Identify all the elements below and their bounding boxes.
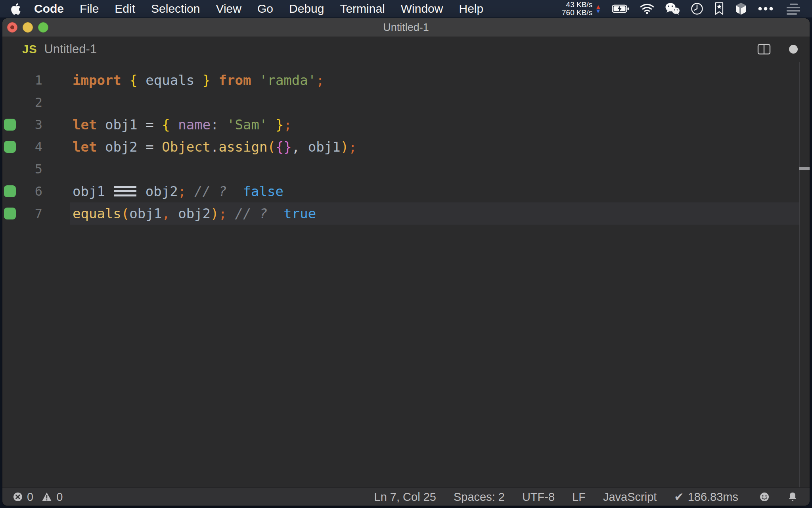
code-line[interactable]: 2 [2, 91, 810, 114]
feedback-smiley-icon[interactable] [759, 491, 770, 502]
menu-status-icons [612, 2, 801, 16]
list-icon[interactable] [784, 2, 801, 16]
overflow-dots-icon[interactable] [758, 2, 774, 16]
code-line[interactable]: 4let obj2 = Object.assign({}, obj1); [2, 136, 810, 158]
menu-item-help[interactable]: Help [459, 2, 483, 15]
code-text: let obj2 = Object.assign({}, obj1); [73, 139, 357, 155]
apple-menu-icon[interactable] [11, 3, 21, 15]
code-line[interactable]: 3let obj1 = { name: 'Sam' }; [2, 114, 810, 136]
wifi-icon[interactable] [640, 2, 654, 16]
code-token [97, 117, 105, 133]
code-token: { [129, 72, 137, 88]
upload-speed: 43 KB/s [562, 1, 592, 9]
gutter [2, 141, 21, 153]
cube-icon[interactable] [735, 2, 747, 16]
code-line[interactable]: 5 [2, 158, 810, 180]
code-token: ; [219, 206, 227, 221]
wechat-icon[interactable] [665, 2, 680, 16]
code-token: ; [349, 139, 356, 155]
code-token: import [73, 72, 121, 88]
code-token: { [162, 117, 170, 133]
code-token: assign [219, 139, 268, 155]
code-line[interactable]: 7equals(obj1, obj2); // ? true [2, 202, 810, 225]
code-token: obj2 [105, 139, 138, 155]
cursor-position[interactable]: Ln 7, Col 25 [374, 491, 436, 504]
code-token [170, 206, 178, 221]
code-token: 'Sam' [227, 117, 267, 133]
overview-ruler-marker [799, 167, 810, 170]
code-token: ; [283, 117, 291, 133]
code-token: // ? [194, 183, 227, 199]
notifications-bell-icon[interactable] [787, 491, 798, 502]
code-token: obj2 [178, 206, 211, 221]
code-token: obj1 [308, 139, 341, 155]
clock-icon[interactable] [691, 2, 703, 16]
gutter [2, 208, 21, 219]
tab-actions [757, 44, 798, 55]
code-token: let [73, 139, 97, 155]
line-number[interactable]: 3 [21, 117, 42, 132]
bookmark-icon[interactable] [714, 2, 724, 16]
code-token [137, 183, 145, 199]
error-circle-icon [13, 492, 23, 502]
menu-item-edit[interactable]: Edit [115, 2, 135, 15]
code-line[interactable]: 1import { equals } from 'ramda'; [2, 69, 810, 91]
code-token: ; [178, 183, 186, 199]
code-token [97, 139, 105, 155]
tab-label[interactable]: Untitled-1 [44, 42, 97, 56]
code-token: ( [121, 206, 129, 221]
window-titlebar[interactable]: Untitled-1 [2, 18, 810, 37]
javascript-file-icon: JS [22, 43, 37, 56]
line-number[interactable]: 2 [21, 95, 42, 110]
line-number[interactable]: 1 [21, 73, 42, 88]
unsaved-changes-dot[interactable] [789, 45, 798, 54]
code-token: ) [341, 139, 349, 155]
menu-item-code[interactable]: Code [34, 2, 64, 15]
split-editor-icon[interactable] [757, 44, 771, 55]
code-token: equals [146, 72, 194, 88]
menu-item-selection[interactable]: Selection [151, 2, 200, 15]
problems-indicator[interactable]: 0 0 [13, 491, 63, 504]
line-number[interactable]: 6 [21, 184, 42, 199]
code-token [154, 139, 162, 155]
indentation-setting[interactable]: Spaces: 2 [454, 491, 505, 504]
language-mode[interactable]: JavaScript [603, 491, 657, 504]
gutter [2, 185, 21, 197]
line-number[interactable]: 5 [21, 162, 42, 177]
battery-icon[interactable] [612, 2, 629, 16]
code-token [186, 183, 194, 199]
code-token [227, 183, 243, 199]
gutter [2, 119, 21, 131]
code-token: , [162, 206, 170, 221]
desktop: CodeFileEditSelectionViewGoDebugTerminal… [0, 0, 812, 508]
code-token: : [211, 117, 218, 133]
coverage-marker-icon [4, 185, 16, 197]
status-bar: 0 0 Ln 7, Col 25 Spaces: 2 UTF-8 LF Java… [2, 487, 810, 506]
menu-item-view[interactable]: View [216, 2, 241, 15]
line-number[interactable]: 7 [21, 206, 42, 221]
overview-ruler[interactable] [799, 62, 800, 487]
code-token: Object [162, 139, 211, 155]
code-token [138, 117, 146, 133]
code-token: } [276, 117, 283, 133]
menu-item-window[interactable]: Window [401, 2, 443, 15]
menu-item-file[interactable]: File [80, 2, 99, 15]
line-number[interactable]: 4 [21, 139, 42, 154]
code-lines: 1import { equals } from 'ramda';23let ob… [2, 69, 810, 225]
quokka-perf-indicator[interactable]: ✔ 186.83ms [674, 490, 738, 504]
code-text: let obj1 = { name: 'Sam' }; [73, 117, 292, 133]
editor-tab-bar: JS Untitled-1 [2, 37, 810, 62]
code-line[interactable]: 6obj1 obj2; // ? false [2, 180, 810, 202]
coverage-marker-icon [4, 208, 16, 219]
menu-item-terminal[interactable]: Terminal [340, 2, 385, 15]
menu-item-go[interactable]: Go [257, 2, 273, 15]
network-speed-indicator[interactable]: 43 KB/s 760 KB/s ▲ ▼ [562, 1, 601, 17]
code-token [194, 72, 202, 88]
menu-item-debug[interactable]: Debug [289, 2, 324, 15]
menu-items: CodeFileEditSelectionViewGoDebugTerminal… [34, 2, 483, 15]
code-token [105, 183, 113, 199]
eol-setting[interactable]: LF [572, 491, 586, 504]
code-editor[interactable]: 1import { equals } from 'ramda';23let ob… [2, 62, 810, 487]
file-encoding[interactable]: UTF-8 [522, 491, 555, 504]
check-icon: ✔ [674, 490, 684, 504]
